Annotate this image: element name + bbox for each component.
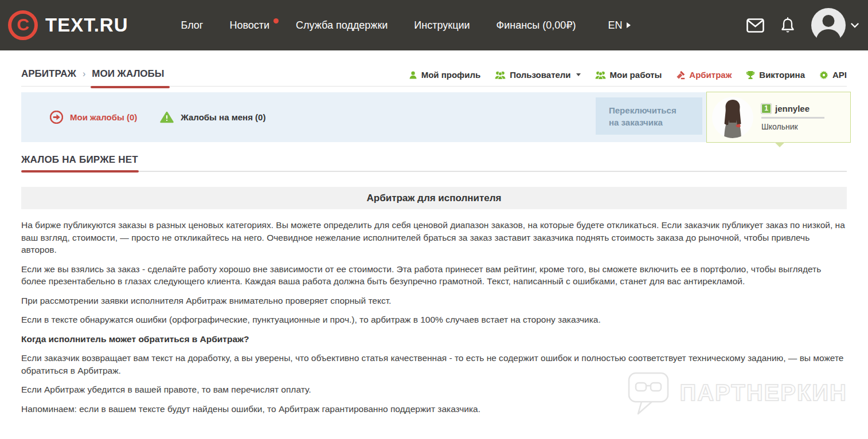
gear-icon — [819, 70, 828, 80]
mail-icon[interactable] — [746, 18, 764, 33]
username: jennylee — [775, 104, 810, 113]
article-body: На бирже публикуются заказы в разных цен… — [21, 219, 847, 415]
nav-api[interactable]: API — [819, 70, 847, 80]
empty-state-title: ЖАЛОБ НА БИРЖЕ НЕТ — [21, 154, 847, 166]
users-icon — [495, 70, 506, 80]
nav-news[interactable]: Новости — [229, 19, 269, 32]
user-icon — [409, 70, 417, 80]
textru-logo[interactable]: C TEXT.RU — [8, 10, 128, 40]
account-nav: Мой профиль Пользователи Мои работы Арби… — [409, 70, 847, 80]
nav-blog[interactable]: Блог — [181, 19, 204, 32]
arrow-right-circle-icon — [50, 111, 63, 124]
nav-finances[interactable]: Финансы (0,00₽) — [496, 19, 576, 32]
works-icon — [595, 70, 606, 80]
breadcrumb-separator: › — [83, 69, 85, 79]
switch-to-customer-button[interactable]: Переключиться на заказчика — [596, 97, 702, 135]
title-rule — [21, 171, 847, 172]
my-complaints-tab[interactable]: Мои жалобы (0) — [50, 111, 137, 124]
profile-info: 1 jennylee Школьник — [761, 104, 824, 131]
rating-meter — [761, 117, 824, 119]
user-photo — [711, 96, 754, 139]
top-nav: Блог Новости Служба поддержки Инструкции… — [181, 19, 631, 32]
paragraph: Если Арбитраж убедится в вашей правоте, … — [21, 383, 847, 396]
logo-text: TEXT.RU — [45, 14, 128, 36]
nav-quiz[interactable]: Викторина — [746, 70, 805, 80]
top-header: C TEXT.RU Блог Новости Служба поддержки … — [0, 0, 868, 50]
breadcrumb-current[interactable]: МОИ ЖАЛОБЫ — [92, 68, 164, 80]
nav-instructions[interactable]: Инструкции — [414, 19, 470, 32]
breadcrumb-parent[interactable]: АРБИТРАЖ — [21, 68, 76, 80]
article-subheading: Когда исполнитель может обратиться в Арб… — [21, 333, 847, 346]
complaints-bar: Мои жалобы (0) Жалобы на меня (0) Перекл… — [21, 92, 847, 142]
bell-icon[interactable] — [780, 17, 795, 34]
user-rank: Школьник — [761, 122, 824, 131]
paragraph: На бирже публикуются заказы в разных цен… — [21, 219, 847, 256]
account-menu[interactable] — [811, 8, 859, 42]
breadcrumb-row: АРБИТРАЖ › МОИ ЖАЛОБЫ Мой профиль Пользо… — [21, 50, 847, 87]
complaint-links: Мои жалобы (0) Жалобы на меня (0) — [21, 111, 265, 124]
complaints-on-me-tab[interactable]: Жалобы на меня (0) — [160, 111, 265, 123]
nav-support[interactable]: Служба поддержки — [296, 19, 388, 32]
notification-dot — [273, 18, 279, 23]
warning-triangle-icon — [160, 111, 174, 123]
trophy-icon — [746, 70, 755, 80]
gavel-icon — [676, 70, 685, 80]
nav-my-works[interactable]: Мои работы — [595, 70, 662, 80]
avatar — [811, 8, 846, 42]
chevron-down-icon — [851, 23, 859, 28]
paragraph: Если в тексте обнаружатся ошибки (орфогр… — [21, 313, 847, 326]
article-title: Арбитраж для исполнителя — [21, 187, 847, 209]
nav-my-profile[interactable]: Мой профиль — [409, 70, 481, 80]
paragraph: Напоминаем: если в вашем тексте будут на… — [21, 403, 847, 416]
paragraph: Если же вы взялись за заказ - сделайте р… — [21, 263, 847, 288]
profile-card[interactable]: 1 jennylee Школьник — [706, 92, 851, 143]
caret-down-icon — [576, 73, 581, 76]
paragraph: Если заказчик возвращает вам текст на до… — [21, 352, 847, 377]
breadcrumb: АРБИТРАЖ › МОИ ЖАЛОБЫ — [21, 68, 164, 80]
language-switcher[interactable]: EN — [608, 19, 631, 32]
nav-arbitration[interactable]: Арбитраж — [676, 70, 732, 80]
header-icons — [746, 8, 859, 42]
nav-users[interactable]: Пользователи — [495, 70, 580, 80]
paragraph: При рассмотрении заявки исполнителя Арби… — [21, 295, 847, 307]
copyright-c-icon: C — [8, 10, 38, 40]
caret-right-icon — [627, 22, 631, 28]
level-badge: 1 — [761, 104, 771, 113]
